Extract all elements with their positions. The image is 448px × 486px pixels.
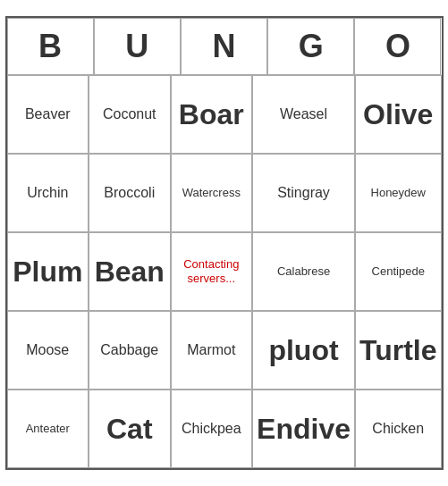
bingo-cell-r4-c3: Endive: [252, 390, 355, 468]
cell-text-r0-c0: Beaver: [25, 105, 71, 122]
cell-text-r3-c1: Cabbage: [100, 341, 158, 358]
bingo-cell-r1-c2: Watercress: [171, 154, 253, 232]
header-letter-b: B: [7, 18, 94, 75]
bingo-cell-r1-c3: Stingray: [252, 154, 355, 232]
cell-text-r0-c1: Coconut: [103, 105, 156, 122]
cell-text-r3-c2: Marmot: [187, 341, 235, 358]
bingo-cell-r1-c1: Broccoli: [89, 154, 171, 232]
cell-text-r2-c3: Calabrese: [277, 264, 330, 279]
header-letter-u: U: [94, 18, 181, 75]
bingo-cell-r0-c2: Boar: [171, 75, 253, 154]
bingo-cell-r4-c2: Chickpea: [171, 390, 253, 468]
cell-text-r3-c0: Moose: [26, 341, 69, 358]
cell-text-r0-c4: Olive: [363, 97, 433, 131]
bingo-cell-r2-c2: Contacting servers...: [171, 232, 253, 311]
bingo-cell-r3-c2: Marmot: [171, 311, 253, 390]
cell-text-r2-c4: Centipede: [372, 264, 425, 279]
bingo-cell-r2-c3: Calabrese: [252, 232, 355, 311]
bingo-cell-r2-c4: Centipede: [355, 232, 442, 311]
cell-text-r4-c4: Chicken: [372, 420, 424, 437]
bingo-cell-r3-c4: Turtle: [355, 311, 442, 390]
cell-text-r2-c0: Plum: [13, 255, 82, 289]
bingo-cell-r1-c4: Honeydew: [355, 154, 442, 232]
bingo-cell-r3-c0: Moose: [7, 311, 89, 390]
bingo-cell-r4-c4: Chicken: [355, 390, 442, 468]
bingo-card: BUNGO BeaverCoconutBoarWeaselOliveUrchin…: [5, 16, 444, 470]
bingo-cell-r0-c0: Beaver: [7, 75, 89, 154]
header-letter-n: N: [181, 18, 267, 75]
cell-text-r2-c1: Bean: [95, 255, 165, 289]
cell-text-r3-c3: pluot: [268, 333, 338, 367]
cell-text-r1-c3: Stingray: [277, 184, 330, 201]
bingo-cell-r1-c0: Urchin: [7, 154, 89, 232]
cell-text-r0-c3: Weasel: [280, 105, 327, 122]
bingo-header: BUNGO: [7, 18, 442, 75]
bingo-cell-r4-c1: Cat: [89, 390, 171, 468]
bingo-cell-r2-c0: Plum: [7, 232, 89, 311]
bingo-cell-r2-c1: Bean: [89, 232, 171, 311]
bingo-cell-r0-c4: Olive: [355, 75, 442, 154]
bingo-cell-r0-c1: Coconut: [89, 75, 171, 154]
bingo-cell-r4-c0: Anteater: [7, 390, 89, 468]
cell-text-r0-c2: Boar: [179, 97, 244, 131]
cell-text-r2-c2: Contacting servers...: [175, 257, 249, 285]
cell-text-r1-c1: Broccoli: [104, 184, 155, 201]
cell-text-r4-c2: Chickpea: [182, 420, 241, 437]
bingo-cell-r0-c3: Weasel: [252, 75, 355, 154]
cell-text-r1-c0: Urchin: [27, 184, 68, 201]
bingo-grid: BeaverCoconutBoarWeaselOliveUrchinBrocco…: [7, 75, 442, 468]
header-letter-g: G: [267, 18, 354, 75]
cell-text-r1-c4: Honeydew: [371, 186, 426, 200]
cell-text-r3-c4: Turtle: [359, 333, 437, 367]
bingo-cell-r3-c1: Cabbage: [89, 311, 171, 390]
bingo-cell-r3-c3: pluot: [252, 311, 355, 390]
cell-text-r4-c1: Cat: [106, 412, 153, 446]
header-letter-o: O: [354, 18, 441, 75]
cell-text-r4-c0: Anteater: [26, 422, 70, 436]
cell-text-r1-c2: Watercress: [182, 186, 241, 200]
cell-text-r4-c3: Endive: [257, 412, 351, 446]
